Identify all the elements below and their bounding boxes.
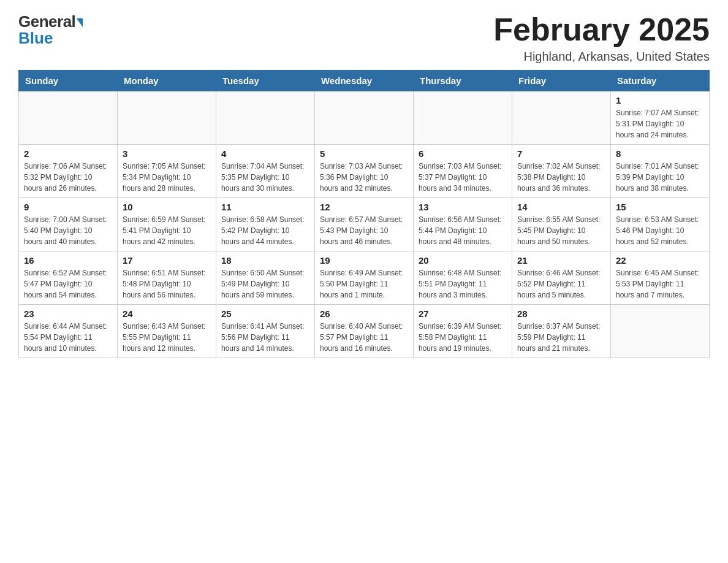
day-number: 21: [517, 255, 605, 266]
calendar-cell: 10Sunrise: 6:59 AM Sunset: 5:41 PM Dayli…: [118, 198, 216, 251]
day-info: Sunrise: 7:01 AM Sunset: 5:39 PM Dayligh…: [616, 161, 704, 194]
logo: General Blue: [18, 12, 83, 48]
weekday-header-friday: Friday: [512, 71, 611, 91]
calendar-cell: [611, 305, 710, 358]
day-number: 9: [24, 202, 112, 212]
calendar-cell: [216, 91, 315, 145]
day-number: 16: [24, 255, 112, 266]
calendar-cell: [512, 91, 611, 145]
day-number: 17: [123, 255, 211, 266]
calendar-week-5: 23Sunrise: 6:44 AM Sunset: 5:54 PM Dayli…: [19, 305, 710, 358]
calendar-cell: 23Sunrise: 6:44 AM Sunset: 5:54 PM Dayli…: [19, 305, 118, 358]
day-number: 27: [419, 308, 507, 319]
day-number: 4: [221, 148, 309, 159]
day-info: Sunrise: 7:03 AM Sunset: 5:36 PM Dayligh…: [320, 161, 408, 194]
calendar-cell: 4Sunrise: 7:04 AM Sunset: 5:35 PM Daylig…: [216, 145, 315, 198]
calendar-week-1: 1Sunrise: 7:07 AM Sunset: 5:31 PM Daylig…: [19, 91, 710, 145]
day-info: Sunrise: 6:59 AM Sunset: 5:41 PM Dayligh…: [123, 214, 211, 247]
day-number: 26: [320, 308, 408, 319]
day-info: Sunrise: 6:48 AM Sunset: 5:51 PM Dayligh…: [419, 267, 507, 301]
calendar-cell: 25Sunrise: 6:41 AM Sunset: 5:56 PM Dayli…: [216, 305, 315, 358]
day-info: Sunrise: 6:46 AM Sunset: 5:52 PM Dayligh…: [517, 267, 605, 301]
day-number: 12: [320, 202, 408, 212]
day-number: 15: [616, 202, 704, 212]
calendar-cell: 1Sunrise: 7:07 AM Sunset: 5:31 PM Daylig…: [611, 91, 710, 145]
day-info: Sunrise: 6:40 AM Sunset: 5:57 PM Dayligh…: [320, 321, 408, 354]
location: Highland, Arkansas, United States: [493, 50, 710, 64]
day-info: Sunrise: 7:06 AM Sunset: 5:32 PM Dayligh…: [24, 161, 112, 194]
calendar-week-3: 9Sunrise: 7:00 AM Sunset: 5:40 PM Daylig…: [19, 198, 710, 251]
day-number: 10: [123, 202, 211, 212]
day-info: Sunrise: 7:07 AM Sunset: 5:31 PM Dayligh…: [616, 107, 704, 140]
calendar-cell: 11Sunrise: 6:58 AM Sunset: 5:42 PM Dayli…: [216, 198, 315, 251]
calendar-cell: 13Sunrise: 6:56 AM Sunset: 5:44 PM Dayli…: [414, 198, 512, 251]
calendar-cell: 14Sunrise: 6:55 AM Sunset: 5:45 PM Dayli…: [512, 198, 611, 251]
day-number: 5: [320, 148, 408, 159]
calendar-cell: 9Sunrise: 7:00 AM Sunset: 5:40 PM Daylig…: [19, 198, 118, 251]
calendar-cell: 22Sunrise: 6:45 AM Sunset: 5:53 PM Dayli…: [611, 251, 710, 305]
calendar-cell: 28Sunrise: 6:37 AM Sunset: 5:59 PM Dayli…: [512, 305, 611, 358]
day-number: 24: [123, 308, 211, 319]
day-number: 25: [221, 308, 309, 319]
day-info: Sunrise: 6:57 AM Sunset: 5:43 PM Dayligh…: [320, 214, 408, 247]
day-number: 19: [320, 255, 408, 266]
calendar-cell: 19Sunrise: 6:49 AM Sunset: 5:50 PM Dayli…: [315, 251, 414, 305]
day-info: Sunrise: 6:55 AM Sunset: 5:45 PM Dayligh…: [517, 214, 605, 247]
day-number: 3: [123, 148, 211, 159]
day-info: Sunrise: 6:49 AM Sunset: 5:50 PM Dayligh…: [320, 267, 408, 301]
day-number: 14: [517, 202, 605, 212]
day-info: Sunrise: 6:50 AM Sunset: 5:49 PM Dayligh…: [221, 267, 309, 301]
day-info: Sunrise: 6:52 AM Sunset: 5:47 PM Dayligh…: [24, 267, 112, 301]
calendar-cell: 2Sunrise: 7:06 AM Sunset: 5:32 PM Daylig…: [19, 145, 118, 198]
day-info: Sunrise: 6:58 AM Sunset: 5:42 PM Dayligh…: [221, 214, 309, 247]
weekday-header-thursday: Thursday: [414, 71, 512, 91]
day-info: Sunrise: 7:03 AM Sunset: 5:37 PM Dayligh…: [419, 161, 507, 194]
calendar-cell: [414, 91, 512, 145]
day-number: 23: [24, 308, 112, 319]
day-info: Sunrise: 7:02 AM Sunset: 5:38 PM Dayligh…: [517, 161, 605, 194]
calendar-table: SundayMondayTuesdayWednesdayThursdayFrid…: [18, 70, 710, 358]
day-number: 20: [419, 255, 507, 266]
calendar-cell: 3Sunrise: 7:05 AM Sunset: 5:34 PM Daylig…: [118, 145, 216, 198]
page-header: General Blue February 2025 Highland, Ark…: [18, 12, 710, 64]
calendar-week-2: 2Sunrise: 7:06 AM Sunset: 5:32 PM Daylig…: [19, 145, 710, 198]
calendar-cell: [19, 91, 118, 145]
calendar-cell: 20Sunrise: 6:48 AM Sunset: 5:51 PM Dayli…: [414, 251, 512, 305]
calendar-cell: 6Sunrise: 7:03 AM Sunset: 5:37 PM Daylig…: [414, 145, 512, 198]
calendar-cell: 8Sunrise: 7:01 AM Sunset: 5:39 PM Daylig…: [611, 145, 710, 198]
day-number: 7: [517, 148, 605, 159]
calendar-cell: 12Sunrise: 6:57 AM Sunset: 5:43 PM Dayli…: [315, 198, 414, 251]
weekday-header-monday: Monday: [118, 71, 216, 91]
calendar-cell: 21Sunrise: 6:46 AM Sunset: 5:52 PM Dayli…: [512, 251, 611, 305]
day-info: Sunrise: 7:00 AM Sunset: 5:40 PM Dayligh…: [24, 214, 112, 247]
calendar-cell: 18Sunrise: 6:50 AM Sunset: 5:49 PM Dayli…: [216, 251, 315, 305]
day-number: 6: [419, 148, 507, 159]
weekday-header-row: SundayMondayTuesdayWednesdayThursdayFrid…: [19, 71, 710, 91]
day-info: Sunrise: 6:45 AM Sunset: 5:53 PM Dayligh…: [616, 267, 704, 301]
day-number: 13: [419, 202, 507, 212]
calendar-cell: 7Sunrise: 7:02 AM Sunset: 5:38 PM Daylig…: [512, 145, 611, 198]
day-number: 2: [24, 148, 112, 159]
day-info: Sunrise: 7:05 AM Sunset: 5:34 PM Dayligh…: [123, 161, 211, 194]
calendar-cell: [118, 91, 216, 145]
day-number: 11: [221, 202, 309, 212]
weekday-header-tuesday: Tuesday: [216, 71, 315, 91]
day-number: 28: [517, 308, 605, 319]
day-info: Sunrise: 7:04 AM Sunset: 5:35 PM Dayligh…: [221, 161, 309, 194]
day-number: 22: [616, 255, 704, 266]
calendar-cell: 27Sunrise: 6:39 AM Sunset: 5:58 PM Dayli…: [414, 305, 512, 358]
calendar-cell: 26Sunrise: 6:40 AM Sunset: 5:57 PM Dayli…: [315, 305, 414, 358]
calendar-cell: 15Sunrise: 6:53 AM Sunset: 5:46 PM Dayli…: [611, 198, 710, 251]
day-info: Sunrise: 6:41 AM Sunset: 5:56 PM Dayligh…: [221, 321, 309, 354]
weekday-header-sunday: Sunday: [19, 71, 118, 91]
calendar-cell: 5Sunrise: 7:03 AM Sunset: 5:36 PM Daylig…: [315, 145, 414, 198]
logo-arrow-icon: [77, 18, 83, 27]
day-info: Sunrise: 6:56 AM Sunset: 5:44 PM Dayligh…: [419, 214, 507, 247]
day-number: 8: [616, 148, 704, 159]
calendar-week-4: 16Sunrise: 6:52 AM Sunset: 5:47 PM Dayli…: [19, 251, 710, 305]
month-title: February 2025: [493, 12, 710, 47]
day-info: Sunrise: 6:51 AM Sunset: 5:48 PM Dayligh…: [123, 267, 211, 301]
day-info: Sunrise: 6:37 AM Sunset: 5:59 PM Dayligh…: [517, 321, 605, 354]
day-info: Sunrise: 6:53 AM Sunset: 5:46 PM Dayligh…: [616, 214, 704, 247]
calendar-cell: 16Sunrise: 6:52 AM Sunset: 5:47 PM Dayli…: [19, 251, 118, 305]
